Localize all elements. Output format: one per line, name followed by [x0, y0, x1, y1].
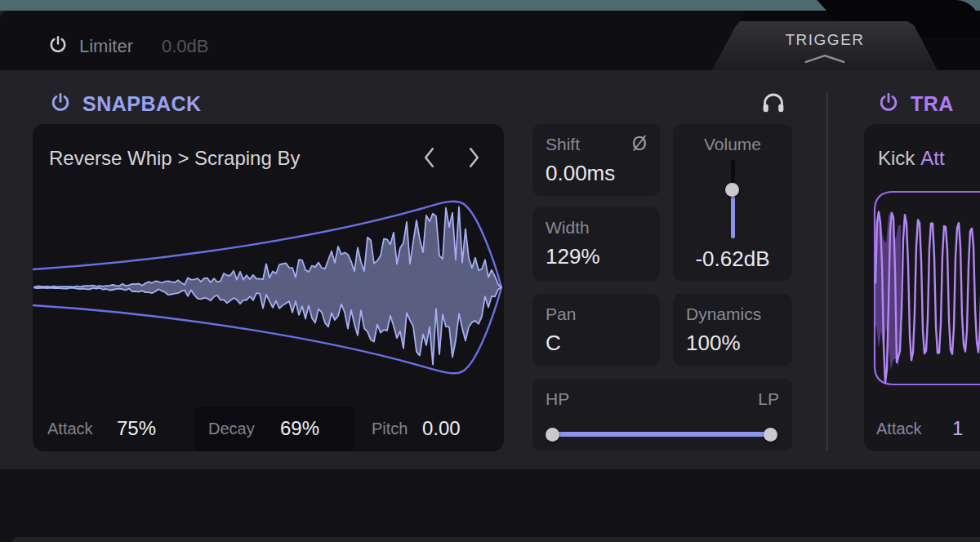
limiter-power-icon[interactable] — [47, 34, 69, 56]
transient-preset-suffix: Att — [920, 147, 944, 169]
pan-value: C — [546, 331, 561, 356]
dynamics-value: 100% — [686, 331, 741, 356]
preset-next-button[interactable] — [468, 147, 481, 168]
transient-power-icon[interactable] — [877, 91, 900, 114]
limiter-label: Limiter — [79, 36, 133, 57]
transient-preset-prefix: Kick — [878, 147, 915, 169]
shift-label: Shift — [546, 135, 580, 154]
pitch-label: Pitch — [372, 420, 408, 438]
phase-invert-icon[interactable]: Ø — [632, 133, 647, 155]
trigger-tab[interactable]: TRIGGER — [712, 21, 938, 70]
dynamics-control[interactable]: Dynamics 100% — [673, 294, 792, 366]
pitch-value[interactable]: 0.00 — [422, 417, 461, 440]
attack-value[interactable]: 75% — [117, 417, 156, 440]
volume-slider-knob[interactable] — [725, 183, 739, 197]
limiter-value[interactable]: 0.0dB — [162, 36, 209, 57]
decay-control[interactable]: Decay 69% — [194, 406, 354, 451]
lowpass-slider-handle[interactable] — [764, 428, 777, 442]
lowpass-label: LP — [758, 389, 779, 409]
transient-attack-label: Attack — [876, 420, 922, 438]
preset-previous-button[interactable] — [423, 147, 436, 168]
footer-area — [0, 469, 980, 542]
highpass-slider-handle[interactable] — [546, 428, 559, 442]
decay-value: 69% — [280, 417, 319, 440]
width-control[interactable]: Width 129% — [532, 207, 660, 281]
transient-waveform-panel: KickAtt Attack 1 — [864, 124, 980, 451]
filter-control: HP LP — [532, 379, 792, 451]
dynamics-label: Dynamics — [686, 304, 761, 324]
snapback-power-icon[interactable] — [49, 91, 72, 114]
filter-slider-track[interactable] — [552, 432, 771, 437]
transient-waveform-display — [864, 181, 980, 402]
section-divider — [826, 91, 828, 451]
trigger-tab-label: TRIGGER — [712, 31, 938, 49]
footer-panel-edge — [12, 537, 980, 542]
highpass-label: HP — [546, 389, 569, 409]
shift-control[interactable]: Shift Ø 0.00ms — [532, 124, 660, 196]
width-label: Width — [546, 218, 590, 238]
attack-label: Attack — [47, 420, 93, 438]
width-value: 129% — [546, 244, 600, 269]
volume-slider-track-lower[interactable] — [731, 196, 735, 238]
snapback-preset-name[interactable]: Reverse Whip > Scraping By — [49, 147, 300, 170]
transient-section-title: TRA — [911, 92, 954, 116]
snapback-section-title: SNAPBACK — [82, 92, 202, 116]
chevron-up-icon — [804, 54, 845, 64]
snapback-waveform-panel: Reverse Whip > Scraping By Attack 75% De… — [33, 124, 504, 451]
pan-control[interactable]: Pan C — [532, 294, 660, 366]
volume-label: Volume — [673, 135, 792, 154]
transient-attack-value[interactable]: 1 — [952, 417, 963, 440]
plugin-window: Limiter 0.0dB TRIGGER SNAPBACK Reverse W… — [0, 0, 980, 542]
snapback-waveform-display — [33, 181, 504, 402]
shift-value: 0.00ms — [546, 161, 615, 186]
pan-label: Pan — [546, 304, 576, 324]
transient-preset-name[interactable]: KickAtt — [878, 147, 945, 170]
headphones-icon[interactable] — [760, 89, 787, 117]
decay-label: Decay — [208, 420, 255, 438]
volume-value: -0.62dB — [673, 247, 792, 272]
volume-control[interactable]: Volume -0.62dB — [673, 124, 792, 281]
